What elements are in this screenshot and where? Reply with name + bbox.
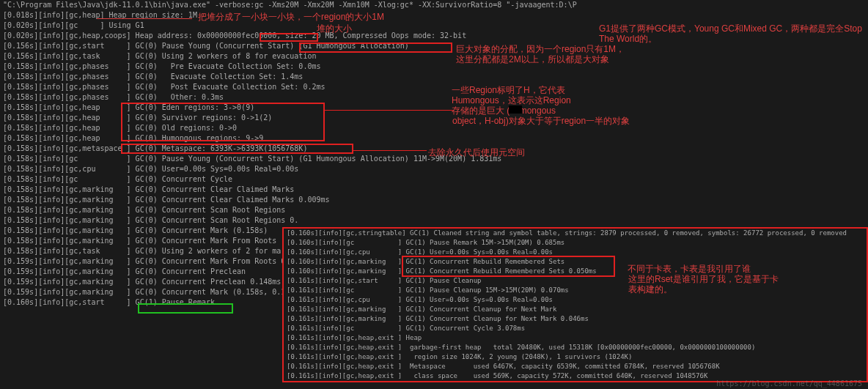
annotation-h-region-4: object，H-obj)对象大于等于region一半的对象	[452, 116, 630, 126]
annotation-h-region-3: 存储的是巨大 (humongous	[452, 105, 556, 116]
log-line: [0.018s][info][gc,heap] Heap region size…	[0, 10, 868, 21]
log-line: [0.158s][info][gc,marking ] GC(0) Concur…	[0, 205, 868, 215]
log-line: [0.158s][info][gc,phases ] GC(0) Other: …	[0, 92, 868, 103]
log-line: [0.158s][info][gc ] GC(0) Concurrent Cyc…	[0, 174, 868, 185]
panel-log-line: [0.161s][info][gc,cpu ] GC(1) User=0.00s…	[284, 295, 867, 305]
annotation-h-region-2: Humongous，这表示这Region	[452, 95, 571, 105]
panel-log-line: [0.161s][info][gc,start ] GC(1) Pause Cl…	[284, 276, 867, 286]
log-line: [0.158s][info][gc,heap ] GC(0) Survivor …	[0, 113, 868, 123]
log-line: [0.158s][info][gc,heap ] GC(0) Old regio…	[0, 123, 868, 133]
log-line: [0.156s][info][gc,task ] GC(0) Using 2 w…	[0, 51, 868, 62]
annotation-gc-modes: G1提供了两种GC模式，Young GC和Mixed GC，两种都是完全Stop…	[599, 23, 863, 44]
panel-log-line: [0.160s][info][gc,marking ] GC(1) Concur…	[284, 257, 867, 267]
panel-log-line: [0.161s][info][gc,heap,exit ] Metaspace …	[284, 362, 867, 371]
panel-log-line: [0.161s][info][gc,heap,exit ] garbage-fi…	[284, 343, 867, 352]
log-line: [0.158s][info][gc,heap ] GC(0) Eden regi…	[0, 103, 868, 113]
panel-log-line: [0.160s][info][gc,stringtable] GC(1) Cle…	[284, 229, 867, 238]
annotation-rset-3: 表构建的。	[628, 284, 672, 294]
log-line: [0.158s][info][gc,marking ] GC(0) Concur…	[0, 195, 868, 205]
annotation-region-size: 把堆分成了一小块一小块，一个region的大小1M	[198, 12, 384, 22]
panel-log-line: [0.161s][info][gc,heap,exit ] region siz…	[284, 352, 867, 362]
panel-log-line: [0.161s][info][gc ] GC(1) Concurrent Cyc…	[284, 324, 867, 333]
annotation-rset-2: 这里的Rset是谁引用了我，它是基于卡	[628, 274, 779, 284]
log-line: [0.158s][info][gc,heap ] GC(0) Humongous…	[0, 133, 868, 144]
cmd-line: "C:\Program Files\Java\jdk-11.0.1\bin\ja…	[0, 0, 868, 10]
log-line: [0.158s][info][gc,marking ] GC(0) Concur…	[0, 185, 868, 195]
annotation-humongous-alloc-1: 巨大对象的分配，因为一个region只有1M，	[456, 44, 625, 54]
log-line: [0.158s][info][gc,cpu ] GC(0) User=0.00s…	[0, 164, 868, 174]
panel-log-line: [0.160s][info][gc,cpu ] GC(1) User=0.00s…	[284, 248, 867, 257]
secondary-log-panel: [0.160s][info][gc,stringtable] GC(1) Cle…	[282, 227, 868, 382]
annotation-heap-size: 堆的大小	[317, 23, 352, 34]
log-line: [0.158s][info][gc,phases ] GC(0) Pre Eva…	[0, 62, 868, 72]
log-line: [0.158s][info][gc,phases ] GC(0) Evacuat…	[0, 72, 868, 82]
panel-log-line: [0.161s][info][gc,marking ] GC(1) Concur…	[284, 314, 867, 324]
censor-blob	[509, 105, 522, 114]
panel-log-line: [0.161s][info][gc,marking ] GC(1) Concur…	[284, 305, 867, 314]
log-line: [0.158s][info][gc,phases ] GC(0) Post Ev…	[0, 82, 868, 92]
annotation-humongous-alloc-2: 这里分配都是2M以上，所以都是大对象	[456, 54, 609, 64]
panel-log-line: [0.161s][info][gc ] GC(1) Pause Cleanup …	[284, 286, 867, 295]
panel-log-line: [0.161s][info][gc,heap,exit ] Heap	[284, 333, 867, 343]
panel-log-line: [0.160s][info][gc ] GC(1) Pause Remark 1…	[284, 238, 867, 248]
annotation-rset-1: 不同于卡表，卡表是我引用了谁	[628, 264, 751, 274]
annotation-h-region-1: 一些Region标明了H，它代表	[452, 85, 565, 95]
watermark: https://blog.csdn.net/qq_44861675	[716, 379, 862, 388]
log-line: [0.158s][info][gc,marking ] GC(0) Concur…	[0, 215, 868, 226]
panel-log-line: [0.160s][info][gc,marking ] GC(1) Concur…	[284, 267, 867, 276]
annotation-metaspace: 去除永久代后使用元空间	[428, 147, 525, 158]
